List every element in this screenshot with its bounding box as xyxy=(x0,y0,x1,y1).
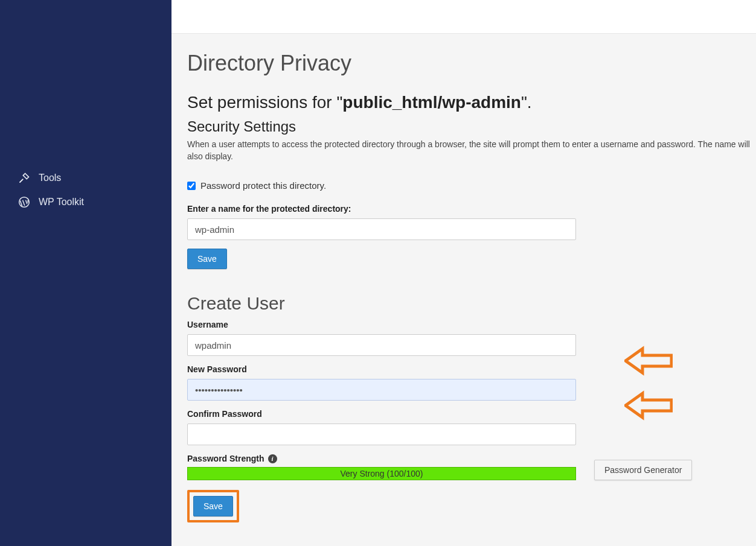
strength-label: Password Strength xyxy=(187,454,264,463)
security-heading: Security Settings xyxy=(187,118,756,135)
sidebar-item-label: WP Toolkit xyxy=(39,197,84,208)
dirname-label: Enter a name for the protected directory… xyxy=(187,204,756,214)
create-user-save-button[interactable]: Save xyxy=(193,496,233,516)
security-save-button[interactable]: Save xyxy=(187,249,227,269)
password-protect-checkbox[interactable] xyxy=(187,182,196,190)
sidebar-item-label: Tools xyxy=(39,173,61,183)
subtitle: Set permissions for "public_html/wp-admi… xyxy=(187,93,756,112)
username-label: Username xyxy=(187,320,756,329)
topbar xyxy=(171,0,756,34)
arrow-annotation-icon xyxy=(624,346,673,376)
tools-icon xyxy=(18,172,30,184)
wordpress-icon xyxy=(18,196,30,208)
main-content: Directory Privacy Set permissions for "p… xyxy=(171,0,756,546)
sidebar-item-wp-toolkit[interactable]: WP Toolkit xyxy=(0,190,171,214)
subtitle-path: public_html/wp-admin xyxy=(342,93,521,112)
sidebar: Tools WP Toolkit xyxy=(0,0,171,546)
password-generator-button[interactable]: Password Generator xyxy=(594,460,692,480)
save-highlight: Save xyxy=(187,490,239,522)
create-user-heading: Create User xyxy=(187,293,756,314)
newpass-input[interactable] xyxy=(187,379,576,401)
confirm-input[interactable] xyxy=(187,424,576,445)
page-title: Directory Privacy xyxy=(187,51,756,76)
dirname-input[interactable] xyxy=(187,218,576,240)
password-protect-label: Password protect this directory. xyxy=(200,180,326,191)
username-input[interactable] xyxy=(187,334,576,356)
sidebar-item-tools[interactable]: Tools xyxy=(0,166,171,190)
strength-bar: Very Strong (100/100) xyxy=(187,467,576,480)
security-description: When a user attempts to access the prote… xyxy=(187,139,756,162)
info-icon[interactable]: i xyxy=(268,454,277,463)
arrow-annotation-icon xyxy=(624,390,673,421)
